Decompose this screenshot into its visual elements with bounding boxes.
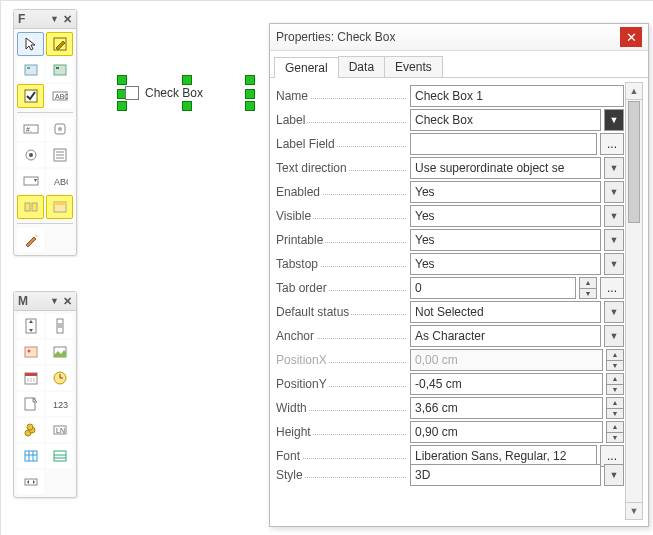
svg-point-42 — [27, 424, 33, 430]
toolbox-menu-icon[interactable]: ▼ — [50, 296, 59, 306]
property-row: Enabled▼ — [276, 180, 624, 204]
property-row: Tabstop▼ — [276, 252, 624, 276]
property-label: Tabstop — [276, 257, 406, 271]
more-controls-tool[interactable] — [46, 117, 73, 141]
property-row: Name — [276, 84, 624, 108]
property-row: Visible▼ — [276, 204, 624, 228]
numeric-field-tool[interactable]: 123 — [46, 392, 73, 416]
dropdown-icon[interactable]: ▼ — [604, 109, 624, 131]
form-control-2[interactable] — [46, 58, 73, 82]
dialog-titlebar[interactable]: Properties: Check Box ✕ — [270, 24, 648, 51]
spin-button-tool[interactable] — [17, 314, 44, 338]
spinner[interactable]: ▲▼ — [606, 349, 624, 371]
pattern-field-tool[interactable]: LN — [46, 418, 73, 442]
property-input[interactable] — [410, 277, 576, 299]
property-label: Tab order — [276, 281, 406, 295]
form-control-1[interactable] — [17, 58, 44, 82]
property-input[interactable] — [410, 325, 601, 347]
property-label: PositionY — [276, 377, 406, 391]
date-field-tool[interactable] — [17, 366, 44, 390]
dropdown-icon[interactable]: ▼ — [604, 325, 624, 347]
toolbox-header[interactable]: F ▼ ✕ — [14, 10, 76, 29]
property-input[interactable] — [410, 253, 601, 275]
design-mode-toggle[interactable] — [46, 32, 73, 56]
close-button[interactable]: ✕ — [620, 27, 642, 47]
property-label: Font — [276, 449, 406, 463]
property-input[interactable] — [410, 205, 601, 227]
toolbox-close-icon[interactable]: ✕ — [63, 13, 72, 26]
form-controls-toolbox: F ▼ ✕ ABC #. ABC — [13, 9, 77, 256]
toolbox-letter: M — [18, 294, 28, 308]
combo-tool[interactable] — [17, 169, 44, 193]
property-input[interactable] — [410, 181, 601, 203]
table-control-tool[interactable] — [17, 444, 44, 468]
group-box-tool[interactable] — [17, 195, 44, 219]
listbox-tool[interactable] — [46, 143, 73, 167]
textbox-tool[interactable]: ABC — [46, 84, 73, 108]
property-row: Anchor▼ — [276, 324, 624, 348]
spinner[interactable]: ▲▼ — [606, 397, 624, 419]
browse-button[interactable]: ... — [600, 277, 624, 299]
canvas-checkbox-control[interactable]: Check Box — [121, 79, 251, 107]
property-input[interactable] — [410, 157, 601, 179]
grid-control-tool[interactable] — [46, 444, 73, 468]
spinner[interactable]: ▲▼ — [606, 373, 624, 395]
nav-bar-tool[interactable] — [46, 195, 73, 219]
property-row: Width▲▼ — [276, 396, 624, 420]
property-input[interactable] — [410, 464, 601, 486]
svg-rect-20 — [25, 203, 30, 211]
svg-text:ABC: ABC — [55, 93, 68, 100]
property-input[interactable] — [410, 421, 603, 443]
dropdown-icon[interactable]: ▼ — [604, 301, 624, 323]
browse-button[interactable]: ... — [600, 133, 624, 155]
select-tool[interactable] — [17, 32, 44, 56]
property-input[interactable] — [410, 109, 601, 131]
toolbox-menu-icon[interactable]: ▼ — [50, 14, 59, 24]
scroll-thumb[interactable] — [628, 101, 640, 223]
dropdown-icon[interactable]: ▼ — [604, 464, 624, 486]
checkbox-tool[interactable] — [17, 84, 44, 108]
property-row: Label Field... — [276, 132, 624, 156]
image-control-tool[interactable] — [46, 340, 73, 364]
dropdown-icon[interactable]: ▼ — [604, 205, 624, 227]
property-input[interactable] — [410, 397, 603, 419]
file-selection-tool[interactable] — [17, 392, 44, 416]
properties-list: NameLabel▼Label Field...Text direction▼E… — [274, 80, 626, 522]
dropdown-icon[interactable]: ▼ — [604, 181, 624, 203]
property-input[interactable] — [410, 85, 624, 107]
svg-rect-21 — [32, 203, 37, 211]
spinner[interactable]: ▲▼ — [579, 277, 597, 299]
tab-data[interactable]: Data — [338, 56, 385, 77]
image-button-tool[interactable] — [17, 340, 44, 364]
label-tool[interactable]: ABC — [46, 169, 73, 193]
property-input[interactable] — [410, 133, 597, 155]
scroll-up-icon[interactable]: ▲ — [626, 83, 642, 100]
dropdown-icon[interactable]: ▼ — [604, 253, 624, 275]
wizard-tool[interactable] — [17, 228, 44, 252]
property-input[interactable] — [410, 229, 601, 251]
property-input[interactable] — [410, 301, 601, 323]
toolbox-header[interactable]: M ▼ ✕ — [14, 292, 76, 311]
checkbox-label: Check Box — [145, 86, 203, 100]
nav-control-tool[interactable] — [17, 470, 44, 494]
dropdown-icon[interactable]: ▼ — [604, 157, 624, 179]
property-input[interactable] — [410, 373, 603, 395]
time-field-tool[interactable] — [46, 366, 73, 390]
checkbox-box-icon — [125, 86, 139, 100]
scrollbar-tool[interactable] — [46, 314, 73, 338]
tab-general[interactable]: General — [274, 57, 339, 78]
radio-tool[interactable] — [17, 143, 44, 167]
vertical-scrollbar[interactable]: ▲ ▼ — [625, 82, 643, 520]
formatted-field-tool[interactable]: #. — [17, 117, 44, 141]
dropdown-icon[interactable]: ▼ — [604, 229, 624, 251]
svg-rect-26 — [57, 323, 63, 328]
spinner[interactable]: ▲▼ — [606, 421, 624, 443]
property-label: Anchor — [276, 329, 406, 343]
property-label: Visible — [276, 209, 406, 223]
currency-field-tool[interactable] — [17, 418, 44, 442]
toolbox-close-icon[interactable]: ✕ — [63, 295, 72, 308]
svg-rect-52 — [25, 479, 37, 485]
scroll-down-icon[interactable]: ▼ — [626, 502, 642, 519]
tab-events[interactable]: Events — [384, 56, 443, 77]
property-label: Printable — [276, 233, 406, 247]
